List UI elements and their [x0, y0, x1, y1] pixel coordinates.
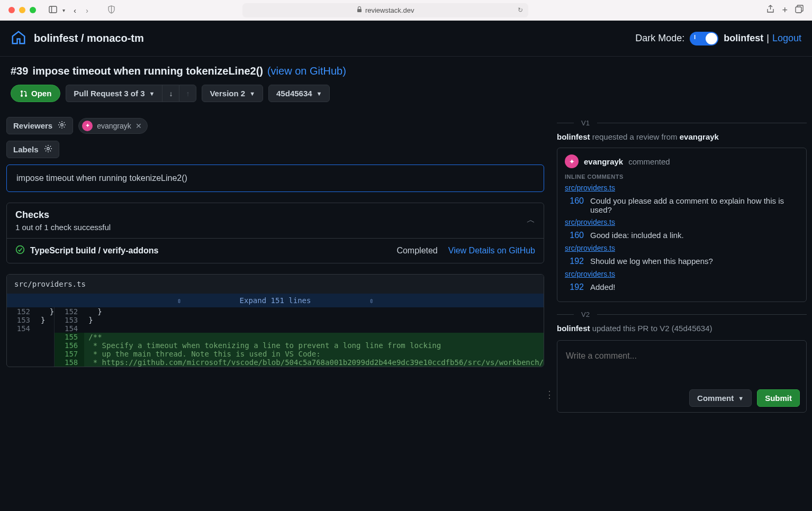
new-tab-icon[interactable]: + — [782, 5, 788, 16]
pr-state-badge[interactable]: Open — [11, 85, 60, 102]
svg-point-8 — [61, 124, 63, 126]
check-details-link[interactable]: View Details on GitHub — [448, 246, 535, 256]
address-bar[interactable]: reviewstack.dev ↻ — [242, 3, 528, 17]
shield-icon[interactable] — [107, 5, 115, 15]
diff-line[interactable]: 154 — [7, 324, 54, 333]
diff-left-side: 152 }153}154 — [7, 307, 55, 367]
svg-rect-4 — [796, 7, 801, 13]
line-number: 152 — [7, 307, 37, 316]
svg-rect-3 — [357, 9, 362, 12]
diff-line[interactable]: 152 } — [55, 307, 544, 316]
diff-line[interactable]: 157 * up the main thread. Note this is u… — [55, 350, 544, 358]
caret-down-icon: ▼ — [249, 90, 255, 97]
source-file-link[interactable]: src/providers.ts — [565, 218, 615, 226]
version-divider-v1: V1 — [557, 119, 807, 127]
lock-icon — [357, 6, 362, 14]
diff-file-path: src/providers.ts — [7, 275, 544, 294]
svg-point-7 — [25, 95, 27, 97]
window-close-button[interactable] — [8, 7, 15, 13]
comment-actions: Comment ▼ Submit — [564, 387, 800, 407]
tabs-icon[interactable] — [795, 5, 804, 16]
refresh-icon[interactable]: ↻ — [518, 6, 523, 14]
share-icon[interactable] — [766, 5, 774, 16]
browser-chrome: ▾ ‹ › reviewstack.dev ↻ + — [0, 0, 812, 21]
diff-line[interactable]: 153} — [7, 316, 54, 324]
diff-line[interactable]: 155/** — [55, 333, 544, 341]
line-number: 158 — [55, 358, 84, 367]
line-number: 152 — [55, 307, 84, 316]
avatar: ✦ — [82, 121, 93, 131]
remove-reviewer-icon[interactable]: ✕ — [136, 122, 142, 130]
main-split: Reviewers ✦ evangrayk ✕ Labels impose ti… — [0, 112, 812, 508]
repo-owner: bolinfest — [34, 32, 78, 44]
split-drag-handle[interactable]: ⋮ — [545, 112, 554, 508]
window-minimize-button[interactable] — [19, 7, 25, 13]
svg-point-5 — [21, 90, 23, 93]
comment-action: commented — [628, 157, 670, 166]
inline-comment-item[interactable]: 192Added! — [565, 282, 799, 292]
url-text: reviewstack.dev — [365, 6, 414, 14]
left-pane[interactable]: Reviewers ✦ evangrayk ✕ Labels impose ti… — [0, 112, 545, 508]
repo-name: monaco-tm — [87, 32, 144, 44]
diff-file: src/providers.ts ⇳ Expand 151 lines ⇳ 15… — [6, 274, 544, 367]
source-file-link[interactable]: src/providers.ts — [565, 244, 615, 252]
review-comment-card: ✦ evangrayk commented INLINE COMMENTS sr… — [557, 148, 807, 302]
line-number: 156 — [55, 341, 84, 350]
dark-mode-toggle[interactable]: I — [690, 32, 718, 45]
pr-nav-down-button[interactable]: ↓ — [162, 85, 179, 102]
pr-header: #39 impose timeout when running tokenize… — [0, 57, 812, 112]
comment-input[interactable] — [564, 346, 800, 387]
line-number: 154 — [55, 324, 84, 333]
chevron-up-icon[interactable]: ︿ — [527, 215, 535, 226]
checks-title: Checks — [15, 209, 111, 221]
inline-comment-item[interactable]: 160Could you please add a comment to exp… — [565, 196, 799, 214]
pr-number: #39 — [11, 65, 28, 77]
dark-mode-label: Dark Mode: — [635, 33, 684, 44]
commit-message-box[interactable]: impose timeout when running tokenizeLine… — [6, 165, 544, 192]
reviewers-row: Reviewers ✦ evangrayk ✕ — [5, 117, 545, 134]
avatar: ✦ — [565, 154, 579, 168]
nav-back-button[interactable]: ‹ — [70, 6, 79, 15]
inline-line-number: 192 — [565, 257, 584, 266]
reviewer-chip[interactable]: ✦ evangrayk ✕ — [78, 118, 148, 134]
expand-icon: ⇳ — [177, 296, 181, 305]
right-pane[interactable]: V1 bolinfest requested a review from eva… — [554, 112, 812, 508]
diff-line[interactable]: 156 * Specify a timeout when tokenizing … — [55, 341, 544, 350]
inline-line-number: 160 — [565, 231, 584, 240]
source-file-link[interactable]: src/providers.ts — [565, 270, 615, 278]
home-icon[interactable] — [11, 30, 26, 48]
check-success-icon — [15, 245, 25, 257]
chevron-down-icon[interactable]: ▾ — [60, 7, 67, 13]
timeline-review-request: bolinfest requested a review from evangr… — [557, 132, 807, 141]
nav-forward-button[interactable]: › — [83, 6, 92, 15]
pr-nav-up-button[interactable]: ↑ — [179, 85, 196, 102]
inline-comment-item[interactable]: 160Good idea: included a link. — [565, 231, 799, 240]
labels-button[interactable]: Labels — [6, 141, 59, 158]
diff-line[interactable]: 152 } — [7, 307, 54, 316]
submit-button[interactable]: Submit — [757, 389, 800, 407]
diff-line[interactable]: 158 * https://github.com/microsoft/vscod… — [55, 358, 544, 367]
inline-comment-item[interactable]: 192Should we log when this happens? — [565, 257, 799, 266]
inline-comment-text: Should we log when this happens? — [590, 257, 799, 266]
pr-selector-dropdown[interactable]: Pull Request 3 of 3 ▼ — [66, 85, 162, 102]
inline-line-number: 160 — [565, 196, 584, 214]
expand-lines-row[interactable]: ⇳ Expand 151 lines ⇳ — [7, 294, 544, 307]
expand-icon: ⇳ — [369, 296, 373, 305]
commit-dropdown[interactable]: 45d45634 ▼ — [268, 85, 330, 102]
comment-type-dropdown[interactable]: Comment ▼ — [689, 389, 752, 407]
version-dropdown[interactable]: Version 2 ▼ — [202, 85, 263, 102]
toggle-knob — [706, 33, 717, 44]
inline-line-number: 192 — [565, 282, 584, 292]
sidebar-toggle-icon[interactable] — [47, 6, 59, 15]
diff-line[interactable]: 154 — [55, 324, 544, 333]
diff-line[interactable]: 153} — [55, 316, 544, 324]
source-file-link[interactable]: src/providers.ts — [565, 184, 615, 192]
window-maximize-button[interactable] — [30, 7, 36, 13]
logout-link[interactable]: Logout — [772, 33, 801, 44]
git-pull-request-icon — [20, 89, 28, 98]
caret-down-icon: ▼ — [738, 395, 744, 402]
comment-author: evangrayk — [584, 157, 623, 166]
reviewers-button[interactable]: Reviewers — [6, 117, 73, 134]
repo-path[interactable]: bolinfest / monaco-tm — [34, 32, 144, 44]
view-on-github-link[interactable]: (view on GitHub) — [267, 65, 346, 77]
